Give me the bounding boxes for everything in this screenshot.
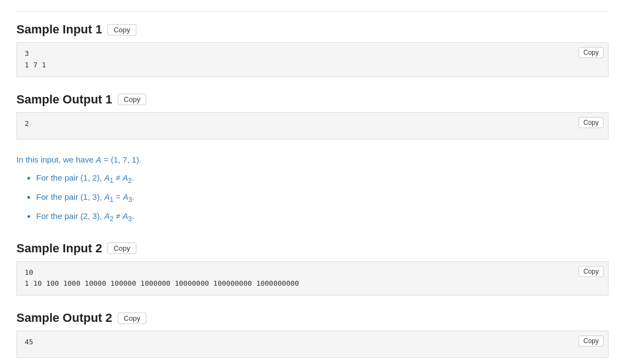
sample-output-2-section: Sample Output 2 Copy Copy 45: [16, 311, 609, 358]
sample-output-1-box: Copy 2: [16, 112, 609, 140]
explanation-intro: In this input, we have A = (1, 7, 1).: [16, 155, 609, 164]
sample-input-2-title: Sample Input 2: [16, 241, 102, 256]
sample-output-1-copy-corner-button[interactable]: Copy: [578, 117, 604, 128]
sample-input-1-section: Sample Input 1 Copy Copy 3 1 7 1: [16, 22, 609, 77]
sample-input-1-copy-button[interactable]: Copy: [107, 24, 136, 36]
sample-input-2-section: Sample Input 2 Copy Copy 10 1 10 100 100…: [16, 241, 609, 296]
sample-output-2-box: Copy 45: [16, 331, 609, 358]
sample-input-1-header: Sample Input 1 Copy: [16, 22, 609, 37]
sample-input-2-copy-button[interactable]: Copy: [107, 242, 136, 254]
sample-input-1-box: Copy 3 1 7 1: [16, 42, 609, 77]
explanation-bullet-3: For the pair (2, 3), A2 ≠ A3.: [36, 208, 609, 226]
sample-input-2-copy-corner-button[interactable]: Copy: [578, 266, 604, 277]
sample-input-2-line-1: 10: [25, 267, 600, 279]
sample-output-2-copy-button[interactable]: Copy: [118, 313, 146, 324]
sample-output-1-title: Sample Output 1: [16, 93, 112, 107]
sample-input-1-title: Sample Input 1: [16, 22, 102, 37]
explanation-bullet-2: For the pair (1, 3), A1 = A3.: [36, 189, 609, 207]
explanation-bullet-1: For the pair (1, 2), A1 ≠ A2.: [36, 170, 609, 188]
sample-output-2-line-1: 45: [25, 337, 600, 348]
sample-input-2-header: Sample Input 2 Copy: [16, 241, 609, 256]
sample-input-2-line-2: 1 10 100 1000 10000 100000 1000000 10000…: [25, 278, 600, 290]
explanation-bullets: For the pair (1, 2), A1 ≠ A2. For the pa…: [36, 170, 609, 226]
sample-input-1-copy-corner-button[interactable]: Copy: [578, 47, 604, 58]
sample-output-2-copy-corner-button[interactable]: Copy: [578, 336, 604, 346]
sample-output-1-section: Sample Output 1 Copy Copy 2: [16, 93, 609, 140]
sample-input-1-line-1: 3: [25, 48, 600, 60]
sample-input-1-line-2: 1 7 1: [25, 60, 600, 71]
sample-output-1-header: Sample Output 1 Copy: [16, 93, 609, 107]
sample-input-2-box: Copy 10 1 10 100 1000 10000 100000 10000…: [16, 261, 609, 296]
sample-output-1-copy-button[interactable]: Copy: [118, 94, 146, 105]
sample-output-2-title: Sample Output 2: [16, 311, 112, 325]
explanation-section: In this input, we have A = (1, 7, 1). Fo…: [16, 155, 609, 226]
sample-output-2-header: Sample Output 2 Copy: [16, 311, 609, 325]
sample-output-1-line-1: 2: [25, 118, 600, 130]
